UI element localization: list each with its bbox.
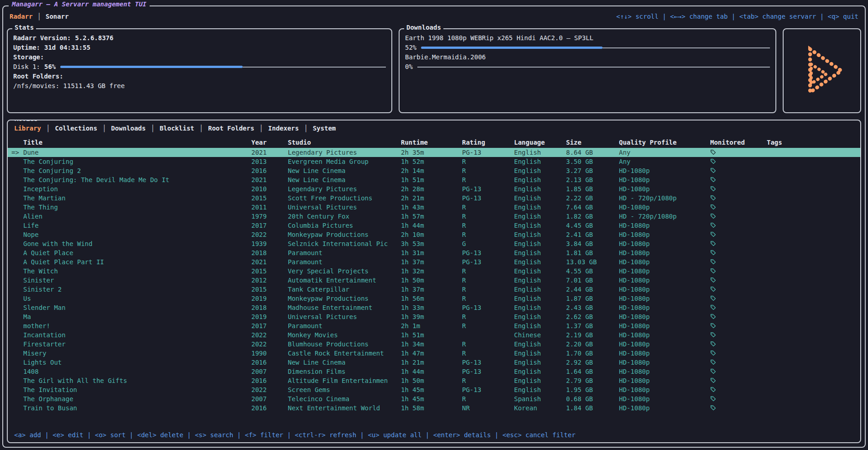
movie-tags-cell [767, 221, 860, 230]
movie-size-cell: 2.41 GB [566, 230, 619, 239]
movie-rating-cell: R [462, 294, 514, 303]
movie-studio-cell: Castle Rock Entertainment [288, 349, 401, 358]
selected-row-marker [8, 294, 23, 303]
downloads-panel-title: Downloads [404, 24, 443, 31]
tab-separator: │ [151, 125, 154, 132]
movie-language-cell: English [514, 349, 566, 358]
disk-usage-progressbar [60, 65, 386, 69]
movie-language-cell: Chinese [514, 330, 566, 340]
movie-row-mother[interactable]: mother!2017Paramount2h 1mREnglish1.37 GB… [8, 321, 860, 330]
movie-row-the-conjuring[interactable]: The Conjuring2013Evergreen Media Group1h… [8, 157, 860, 166]
movie-row-the-conjuring-the-devil-made-me-do-it[interactable]: The Conjuring: The Devil Made Me Do It20… [8, 175, 860, 184]
movie-row-the-thing[interactable]: The Thing2011Universal Pictures1h 43mREn… [8, 203, 860, 212]
movie-runtime-cell: 1h 33m [401, 303, 462, 312]
movies-tab-root-folders[interactable]: Root Folders [208, 125, 254, 132]
movie-runtime-cell: 1h 52m [401, 157, 462, 166]
movie-title-cell: A Quiet Place Part II [23, 257, 251, 267]
movie-quality-profile-cell: HD-1080p [619, 276, 710, 285]
movie-row-gone-with-the-wind[interactable]: Gone with the Wind1939Selznick Internati… [8, 239, 860, 248]
movie-row-the-martian[interactable]: The Martian2015Scott Free Productions2h … [8, 194, 860, 203]
servarr-tab-radarr[interactable]: Radarr [10, 13, 33, 20]
movie-row-us[interactable]: Us2019Monkeypaw Productions1h 56mREnglis… [8, 294, 860, 303]
movie-runtime-cell: 3h 53m [401, 239, 462, 248]
movie-title-cell: Lights Out [23, 358, 251, 367]
movie-year-cell: 2007 [251, 394, 288, 403]
movie-row-alien[interactable]: Alien197920th Century Fox1h 57mREnglish1… [8, 212, 860, 221]
movies-tab-blocklist[interactable]: Blocklist [160, 125, 194, 132]
movie-row-1408[interactable]: 14082007Dimension Films1h 44mPG-13Englis… [8, 367, 860, 376]
movie-tags-cell [767, 294, 860, 303]
movie-language-cell: English [514, 376, 566, 385]
movies-tab-indexers[interactable]: Indexers [268, 125, 299, 132]
movie-quality-profile-cell: Any [619, 157, 710, 166]
movie-language-cell: English [514, 385, 566, 394]
tab-separator: │ [259, 125, 263, 132]
movie-language-cell: English [514, 303, 566, 312]
movie-rating-cell: R [462, 285, 514, 294]
movie-monitored-cell [710, 212, 767, 221]
movie-quality-profile-cell: HD-1080p [619, 166, 710, 175]
movie-monitored-cell [710, 276, 767, 285]
movie-row-slender-man[interactable]: Slender Man2018Madhouse Entertainment1h … [8, 303, 860, 312]
movie-year-cell: 2012 [251, 276, 288, 285]
column-header-marker-gutter [8, 139, 23, 146]
movie-quality-profile-cell: HD-1080p [619, 385, 710, 394]
movie-row-the-girl-with-all-the-gifts[interactable]: The Girl with All the Gifts2016Altitude … [8, 376, 860, 385]
monitored-tag-icon [710, 368, 716, 375]
radarr-version-label: Radarr Version: [13, 33, 71, 43]
movie-rating-cell: R [462, 321, 514, 330]
movie-quality-profile-cell: HD-1080p [619, 257, 710, 267]
movie-row-firestarter[interactable]: Firestarter2022Blumhouse Productions1h 3… [8, 340, 860, 349]
movie-runtime-cell: 1h 32m [401, 267, 462, 276]
movie-studio-cell: Legendary Pictures [288, 148, 401, 157]
movie-row-train-to-busan[interactable]: Train to Busan2016Next Entertainment Wor… [8, 403, 860, 413]
movie-row-the-invitation[interactable]: The Invitation2022Screen Gems1h 45mPG-13… [8, 385, 860, 394]
servarr-tab-sonarr[interactable]: Sonarr [46, 13, 69, 20]
movie-row-lights-out[interactable]: Lights Out2016New Line Cinema1h 21mPG-13… [8, 358, 860, 367]
column-header-monitored: Monitored [710, 139, 767, 146]
movie-year-cell: 2022 [251, 340, 288, 349]
movie-studio-cell: Columbia Pictures [288, 221, 401, 230]
movie-monitored-cell [710, 285, 767, 294]
monitored-tag-icon [710, 313, 716, 320]
movie-row-sinister[interactable]: Sinister2012Automatik Entertainment1h 50… [8, 276, 860, 285]
column-header-year: Year [251, 139, 288, 146]
movie-row-incantation[interactable]: Incantation2022Monkey Movies1h 51mChines… [8, 330, 860, 340]
movie-row-life[interactable]: Life2017Columbia Pictures1h 44mREnglish4… [8, 221, 860, 230]
movie-row-ma[interactable]: Ma2019Universal Pictures1h 39mREnglish2.… [8, 312, 860, 321]
movie-row-dune[interactable]: =>Dune2021Legendary Pictures2h 35mPG-13E… [8, 148, 860, 157]
movie-row-a-quiet-place[interactable]: A Quiet Place2018Paramount1h 31mPG-13Eng… [8, 248, 860, 257]
movie-studio-cell: Universal Pictures [288, 203, 401, 212]
movie-runtime-cell: 1h 45m [401, 394, 462, 403]
movie-size-cell: 3.27 GB [566, 166, 619, 175]
movies-tab-system[interactable]: System [313, 125, 336, 132]
movie-title-cell: Ma [23, 312, 251, 321]
monitored-tag-icon [710, 258, 716, 266]
movie-size-cell: 13.03 GB [566, 257, 619, 267]
movies-tab-library[interactable]: Library [14, 125, 41, 132]
movie-row-the-conjuring-2[interactable]: The Conjuring 22016New Line Cinema2h 14m… [8, 166, 860, 175]
movie-size-cell: 4.45 GB [566, 221, 619, 230]
stats-panel: Stats Radarr Version: 5.2.6.8376 Uptime:… [7, 28, 392, 113]
movie-quality-profile-cell: HD-1080p [619, 349, 710, 358]
movie-title-cell: Us [23, 294, 251, 303]
movie-studio-cell: Automatik Entertainment [288, 276, 401, 285]
movie-year-cell: 2021 [251, 148, 288, 157]
movie-row-misery[interactable]: Misery1990Castle Rock Entertainment1h 47… [8, 349, 860, 358]
movie-language-cell: English [514, 340, 566, 349]
movie-runtime-cell: 2h 14m [401, 166, 462, 175]
movie-quality-profile-cell: HD-1080p [619, 221, 710, 230]
movie-row-nope[interactable]: Nope2022Monkeypaw Productions2h 10mREngl… [8, 230, 860, 239]
movie-row-the-witch[interactable]: The Witch2015Very Special Projects1h 32m… [8, 267, 860, 276]
disk-usage-line: Disk 1: 56% [13, 62, 386, 72]
selected-row-marker [8, 358, 23, 367]
movie-row-inception[interactable]: Inception2010Legendary Pictures2h 28mPG-… [8, 184, 860, 194]
movie-size-cell: 1.85 GB [566, 184, 619, 194]
movie-row-the-orphanage[interactable]: The Orphanage2007Telecinco Cinema1h 45mR… [8, 394, 860, 403]
movie-row-a-quiet-place-part-ii[interactable]: A Quiet Place Part II2021Paramount1h 37m… [8, 257, 860, 267]
movie-monitored-cell [710, 303, 767, 312]
movie-row-sinister-2[interactable]: Sinister 22015Tank Caterpillar1h 37mREng… [8, 285, 860, 294]
movies-tab-downloads[interactable]: Downloads [111, 125, 146, 132]
movies-tab-collections[interactable]: Collections [55, 125, 97, 132]
movie-year-cell: 2018 [251, 303, 288, 312]
